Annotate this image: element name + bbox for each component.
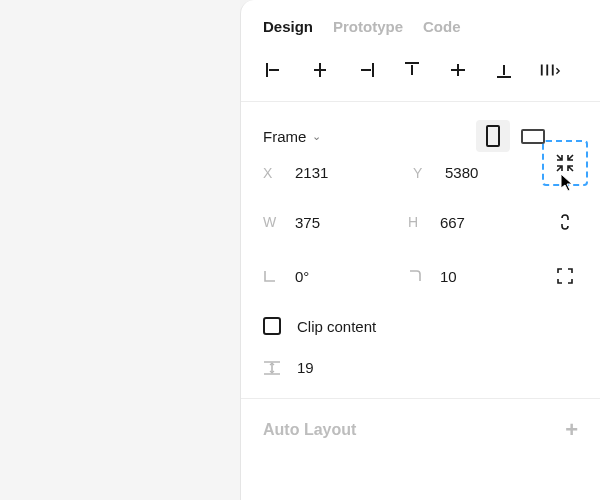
constrain-proportions-button[interactable] bbox=[553, 209, 578, 235]
chevron-down-icon: ⌄ bbox=[312, 130, 321, 143]
rotation-radius-row: 0° 10 bbox=[263, 263, 578, 289]
spacing-row[interactable]: 19 bbox=[241, 335, 600, 398]
size-row: W 375 H 667 bbox=[263, 209, 578, 235]
distribute-icon[interactable] bbox=[539, 59, 561, 81]
radius-value: 10 bbox=[440, 268, 457, 285]
resize-to-fit-button[interactable] bbox=[542, 140, 588, 186]
alignment-row bbox=[241, 35, 600, 101]
radius-field[interactable]: 10 bbox=[408, 268, 553, 285]
x-label: X bbox=[263, 165, 281, 181]
auto-layout-section-header: Auto Layout + bbox=[241, 399, 600, 461]
corner-radius-icon bbox=[408, 269, 426, 283]
x-value: 2131 bbox=[295, 164, 328, 181]
independent-corners-icon bbox=[557, 268, 573, 284]
panel-tabs: Design Prototype Code bbox=[241, 0, 600, 35]
resize-to-fit-icon bbox=[555, 153, 575, 173]
tab-prototype[interactable]: Prototype bbox=[333, 18, 403, 35]
clip-content-checkbox[interactable] bbox=[263, 317, 281, 335]
frame-type-dropdown[interactable]: Frame ⌄ bbox=[263, 128, 321, 145]
spacing-icon bbox=[263, 360, 281, 376]
w-label: W bbox=[263, 214, 281, 230]
align-bottom-icon[interactable] bbox=[493, 59, 515, 81]
h-label: H bbox=[408, 214, 426, 230]
angle-icon bbox=[263, 269, 281, 283]
y-label: Y bbox=[413, 165, 431, 181]
h-value: 667 bbox=[440, 214, 465, 231]
rotation-value: 0° bbox=[295, 268, 309, 285]
auto-layout-label: Auto Layout bbox=[263, 421, 356, 439]
frame-label-text: Frame bbox=[263, 128, 306, 145]
height-field[interactable]: H 667 bbox=[408, 214, 553, 231]
align-top-icon[interactable] bbox=[401, 59, 423, 81]
landscape-icon bbox=[521, 129, 545, 144]
position-row: X 2131 Y 5380 bbox=[263, 164, 578, 181]
y-value: 5380 bbox=[445, 164, 478, 181]
align-vcenter-icon[interactable] bbox=[447, 59, 469, 81]
canvas-area bbox=[0, 0, 240, 500]
y-field[interactable]: Y 5380 bbox=[413, 164, 563, 181]
add-auto-layout-button[interactable]: + bbox=[565, 419, 578, 441]
orientation-portrait-button[interactable] bbox=[476, 120, 510, 152]
w-value: 375 bbox=[295, 214, 320, 231]
tab-code[interactable]: Code bbox=[423, 18, 461, 35]
independent-corners-button[interactable] bbox=[553, 263, 578, 289]
spacing-value: 19 bbox=[297, 359, 314, 376]
rotation-field[interactable]: 0° bbox=[263, 268, 408, 285]
link-icon bbox=[558, 212, 572, 232]
x-field[interactable]: X 2131 bbox=[263, 164, 413, 181]
inspector-panel: Design Prototype Code Frame ⌄ bbox=[240, 0, 600, 500]
align-hcenter-icon[interactable] bbox=[309, 59, 331, 81]
width-field[interactable]: W 375 bbox=[263, 214, 408, 231]
clip-content-label: Clip content bbox=[297, 318, 376, 335]
clip-content-row[interactable]: Clip content bbox=[241, 289, 600, 335]
tab-design[interactable]: Design bbox=[263, 18, 313, 35]
align-left-icon[interactable] bbox=[263, 59, 285, 81]
portrait-icon bbox=[486, 125, 500, 147]
orientation-group bbox=[476, 120, 550, 152]
align-right-icon[interactable] bbox=[355, 59, 377, 81]
